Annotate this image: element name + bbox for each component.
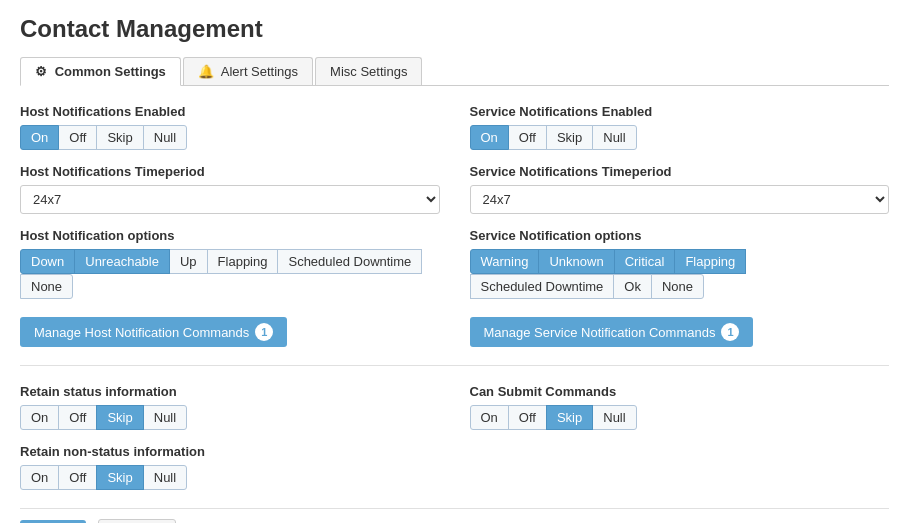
host-enabled-on[interactable]: On bbox=[20, 125, 59, 150]
service-opt-none[interactable]: None bbox=[651, 274, 704, 299]
service-timeperiod-select[interactable]: 24x7 workhours none bbox=[470, 185, 890, 214]
page-title: Contact Management bbox=[20, 15, 889, 43]
bell-icon: 🔔 bbox=[198, 64, 214, 79]
notification-options-row: Host Notification options Down Unreachab… bbox=[20, 228, 889, 299]
timeperiod-row: Host Notifications Timeperiod 24x7 workh… bbox=[20, 164, 889, 214]
tab-misc[interactable]: Misc Settings bbox=[315, 57, 422, 85]
service-opt-critical[interactable]: Critical bbox=[614, 249, 676, 274]
retain-nonstatus-group: Retain non-status information On Off Ski… bbox=[20, 444, 440, 490]
section-divider bbox=[20, 365, 889, 366]
service-enabled-on[interactable]: On bbox=[470, 125, 509, 150]
host-enabled-skip[interactable]: Skip bbox=[96, 125, 143, 150]
host-notification-options-label: Host Notification options bbox=[20, 228, 440, 243]
can-submit-off[interactable]: Off bbox=[508, 405, 547, 430]
service-notifications-enabled-group: Service Notifications Enabled On Off Ski… bbox=[470, 104, 890, 150]
manage-host-commands-badge: 1 bbox=[255, 323, 273, 341]
host-notification-options-toggle: Down Unreachable Up Flapping Scheduled D… bbox=[20, 249, 440, 299]
retain-status-group: Retain status information On Off Skip Nu… bbox=[20, 384, 440, 430]
can-submit-skip[interactable]: Skip bbox=[546, 405, 593, 430]
manage-host-commands-button[interactable]: Manage Host Notification Commands 1 bbox=[20, 317, 287, 347]
manage-commands-row: Manage Host Notification Commands 1 Mana… bbox=[20, 313, 889, 347]
can-submit-on[interactable]: On bbox=[470, 405, 509, 430]
manage-service-commands-button[interactable]: Manage Service Notification Commands 1 bbox=[470, 317, 754, 347]
host-notification-options-group: Host Notification options Down Unreachab… bbox=[20, 228, 440, 299]
manage-host-commands-group: Manage Host Notification Commands 1 bbox=[20, 313, 440, 347]
notifications-row: Host Notifications Enabled On Off Skip N… bbox=[20, 104, 889, 150]
service-enabled-skip[interactable]: Skip bbox=[546, 125, 593, 150]
host-opt-scheduled-downtime[interactable]: Scheduled Downtime bbox=[277, 249, 422, 274]
host-enabled-off[interactable]: Off bbox=[58, 125, 97, 150]
host-opt-down[interactable]: Down bbox=[20, 249, 75, 274]
can-submit-label: Can Submit Commands bbox=[470, 384, 890, 399]
service-opt-warning[interactable]: Warning bbox=[470, 249, 540, 274]
retain-nonstatus-label: Retain non-status information bbox=[20, 444, 440, 459]
retain-nonstatus-toggle: On Off Skip Null bbox=[20, 465, 440, 490]
host-timeperiod-select[interactable]: 24x7 workhours none bbox=[20, 185, 440, 214]
service-notifications-enabled-label: Service Notifications Enabled bbox=[470, 104, 890, 119]
service-timeperiod-label: Service Notifications Timeperiod bbox=[470, 164, 890, 179]
retain-status-on[interactable]: On bbox=[20, 405, 59, 430]
retain-nonstatus-off[interactable]: Off bbox=[58, 465, 97, 490]
manage-service-commands-badge: 1 bbox=[721, 323, 739, 341]
retain-submit-row: Retain status information On Off Skip Nu… bbox=[20, 384, 889, 430]
manage-host-commands-label: Manage Host Notification Commands bbox=[34, 325, 249, 340]
service-opt-flapping[interactable]: Flapping bbox=[674, 249, 746, 274]
host-timeperiod-label: Host Notifications Timeperiod bbox=[20, 164, 440, 179]
retain-nonstatus-row: Retain non-status information On Off Ski… bbox=[20, 444, 889, 490]
host-opt-flapping[interactable]: Flapping bbox=[207, 249, 279, 274]
manage-service-commands-label: Manage Service Notification Commands bbox=[484, 325, 716, 340]
host-notifications-enabled-group: Host Notifications Enabled On Off Skip N… bbox=[20, 104, 440, 150]
service-notification-options-label: Service Notification options bbox=[470, 228, 890, 243]
retain-nonstatus-null[interactable]: Null bbox=[143, 465, 187, 490]
can-submit-group: Can Submit Commands On Off Skip Null bbox=[470, 384, 890, 430]
service-notifications-enabled-toggle: On Off Skip Null bbox=[470, 125, 890, 150]
gear-icon: ⚙ bbox=[35, 64, 47, 79]
can-submit-toggle: On Off Skip Null bbox=[470, 405, 890, 430]
retain-status-off[interactable]: Off bbox=[58, 405, 97, 430]
host-opt-unreachable[interactable]: Unreachable bbox=[74, 249, 170, 274]
host-timeperiod-group: Host Notifications Timeperiod 24x7 workh… bbox=[20, 164, 440, 214]
retain-status-null[interactable]: Null bbox=[143, 405, 187, 430]
service-enabled-off[interactable]: Off bbox=[508, 125, 547, 150]
service-timeperiod-group: Service Notifications Timeperiod 24x7 wo… bbox=[470, 164, 890, 214]
tab-alert[interactable]: 🔔 Alert Settings bbox=[183, 57, 313, 85]
bottom-actions: Save Cancel bbox=[20, 508, 889, 523]
service-notification-options-group: Service Notification options Warning Unk… bbox=[470, 228, 890, 299]
tab-common[interactable]: ⚙ Common Settings bbox=[20, 57, 181, 86]
host-notifications-enabled-label: Host Notifications Enabled bbox=[20, 104, 440, 119]
retain-nonstatus-on[interactable]: On bbox=[20, 465, 59, 490]
retain-status-label: Retain status information bbox=[20, 384, 440, 399]
tab-bar: ⚙ Common Settings 🔔 Alert Settings Misc … bbox=[20, 57, 889, 86]
service-notification-options-toggle: Warning Unknown Critical Flapping Schedu… bbox=[470, 249, 890, 299]
placeholder-col bbox=[470, 444, 890, 490]
host-enabled-null[interactable]: Null bbox=[143, 125, 187, 150]
retain-status-toggle: On Off Skip Null bbox=[20, 405, 440, 430]
cancel-button[interactable]: Cancel bbox=[98, 519, 176, 523]
retain-nonstatus-skip[interactable]: Skip bbox=[96, 465, 143, 490]
retain-status-skip[interactable]: Skip bbox=[96, 405, 143, 430]
can-submit-null[interactable]: Null bbox=[592, 405, 636, 430]
service-enabled-null[interactable]: Null bbox=[592, 125, 636, 150]
service-opt-scheduled-downtime[interactable]: Scheduled Downtime bbox=[470, 274, 615, 299]
host-opt-none[interactable]: None bbox=[20, 274, 73, 299]
service-opt-ok[interactable]: Ok bbox=[613, 274, 652, 299]
host-opt-up[interactable]: Up bbox=[169, 249, 208, 274]
manage-service-commands-group: Manage Service Notification Commands 1 bbox=[470, 313, 890, 347]
host-notifications-enabled-toggle: On Off Skip Null bbox=[20, 125, 440, 150]
service-opt-unknown[interactable]: Unknown bbox=[538, 249, 614, 274]
